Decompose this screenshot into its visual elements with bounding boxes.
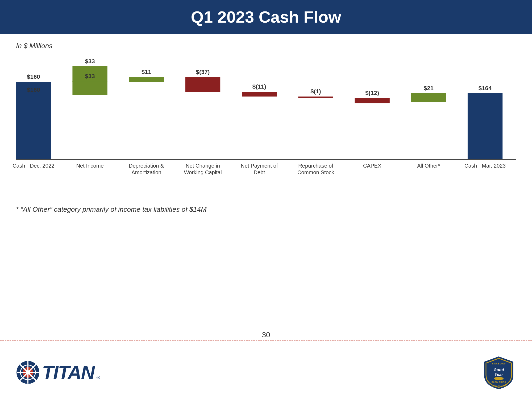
svg-text:$33: $33 xyxy=(85,58,95,64)
svg-text:Common Stock: Common Stock xyxy=(297,169,334,175)
svg-text:Net Change in: Net Change in xyxy=(186,163,220,169)
bar-working-capital xyxy=(185,77,220,92)
svg-text:$(37): $(37) xyxy=(196,69,210,75)
bar-cash-mar xyxy=(468,93,502,160)
svg-text:Net Payment of: Net Payment of xyxy=(241,163,278,169)
page-title: Q1 2023 Cash Flow xyxy=(0,7,532,26)
svg-text:FARM TIRES: FARM TIRES xyxy=(492,381,506,384)
titan-logo: TITAN ® xyxy=(16,360,100,384)
subtitle: In $ Millions xyxy=(0,34,532,53)
goodyear-logo: SINCE 1900 Good Year FARM TIRES MADE BY … xyxy=(481,355,516,390)
svg-text:Depreciation &: Depreciation & xyxy=(129,163,164,169)
bar-net-income xyxy=(72,81,107,95)
svg-text:$160: $160 xyxy=(27,86,40,93)
footer: TITAN ® SINCE 1900 Good Year FARM TIRES … xyxy=(0,346,532,399)
bar-net-payment-debt xyxy=(242,92,277,97)
svg-point-33 xyxy=(26,370,30,375)
bar-dep-amort xyxy=(129,77,164,82)
svg-text:Net Income: Net Income xyxy=(76,163,103,169)
svg-text:$(1): $(1) xyxy=(310,88,321,95)
footnote: * “All Other” category primarily of inco… xyxy=(0,197,532,222)
svg-text:$11: $11 xyxy=(142,69,151,75)
bar-all-other xyxy=(411,93,446,102)
bottom-divider xyxy=(0,340,532,340)
svg-text:$(12): $(12) xyxy=(365,90,379,96)
waterfall-chart: $160 $33 $160 $33 $11 $(37) $(11) $(1) xyxy=(11,58,521,196)
svg-text:$160: $160 xyxy=(27,73,40,80)
page-number: 30 xyxy=(262,331,270,339)
svg-text:$33: $33 xyxy=(85,73,95,80)
svg-text:All Other*: All Other* xyxy=(417,163,440,169)
svg-text:Year: Year xyxy=(494,372,503,377)
bar-capex xyxy=(355,98,389,103)
svg-text:SINCE 1900: SINCE 1900 xyxy=(492,362,505,365)
svg-text:Repurchase of: Repurchase of xyxy=(298,163,333,169)
svg-text:$(11): $(11) xyxy=(252,83,266,90)
svg-text:Working Capital: Working Capital xyxy=(184,169,222,175)
svg-text:$164: $164 xyxy=(479,85,492,92)
header: Q1 2023 Cash Flow xyxy=(0,0,532,34)
bar-repurchase-stock xyxy=(298,97,333,98)
svg-text:Cash - Mar. 2023: Cash - Mar. 2023 xyxy=(464,163,506,169)
chart-area: $160 $33 $160 $33 $11 $(37) $(11) $(1) xyxy=(0,53,532,197)
svg-text:Amortization: Amortization xyxy=(131,169,161,175)
svg-text:CAPEX: CAPEX xyxy=(363,163,381,169)
svg-text:$21: $21 xyxy=(424,85,434,92)
bar-cash-dec xyxy=(16,95,51,160)
svg-text:Debt: Debt xyxy=(253,169,265,175)
titan-trademark: ® xyxy=(97,375,100,384)
svg-text:MADE BY TITAN: MADE BY TITAN xyxy=(492,385,506,387)
titan-brand-name: TITAN xyxy=(42,361,94,383)
svg-text:Good: Good xyxy=(493,367,504,372)
svg-text:Cash - Dec. 2022: Cash - Dec. 2022 xyxy=(13,163,54,169)
svg-point-37 xyxy=(494,377,504,380)
titan-wheel-icon xyxy=(16,360,40,384)
